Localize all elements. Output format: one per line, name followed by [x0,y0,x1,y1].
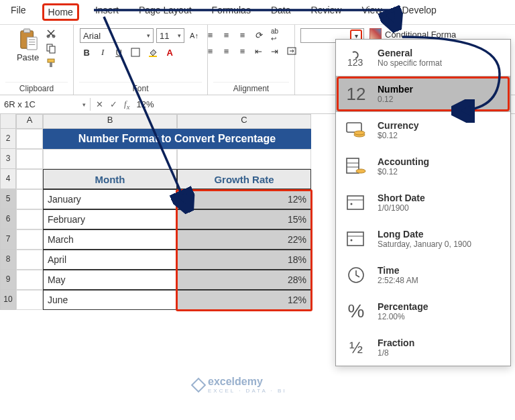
option-title: Accounting [378,156,429,167]
row-header[interactable]: 7 [0,229,16,250]
format-option-accounting[interactable]: Accounting$0.12 [336,148,510,185]
indent-decrease-icon[interactable]: ⇤ [252,44,266,58]
align-top-icon[interactable]: ≡ [204,28,217,42]
cell-rate[interactable]: 22% [177,229,311,250]
name-box[interactable]: 6R x 1C ▾ [0,98,91,111]
cell-rate[interactable]: 12% [177,189,311,209]
cell-month[interactable]: May [43,270,177,290]
format-option-number[interactable]: 12 Number0.12 [336,76,510,112]
cell[interactable] [16,209,43,229]
wrap-text-icon[interactable]: ab↩ [268,28,282,42]
font-color-button[interactable]: A [163,46,176,59]
calendar-icon [344,191,368,214]
number-format-dropdown: 123 GeneralNo specific format 12 Number0… [335,39,511,366]
menu-develop[interactable]: Develop [398,3,441,21]
cell[interactable] [16,229,43,250]
cell-month[interactable]: January [43,189,177,209]
header-cell-month[interactable]: Month [43,169,177,189]
svg-rect-10 [48,59,54,62]
percent-icon: % [344,300,368,323]
border-button[interactable] [128,46,143,59]
menu-home[interactable]: Home [42,3,79,21]
menu-insert[interactable]: Insert [91,3,123,21]
col-header[interactable]: A [16,114,43,129]
cell[interactable] [16,290,43,310]
grow-font-icon[interactable]: A↑ [187,29,201,42]
option-title: Time [378,265,418,276]
title-cell[interactable]: Number Format to Convert Percentage [43,129,311,149]
cell-rate[interactable]: 28% [177,270,311,290]
format-painter-icon[interactable] [46,58,56,68]
fx-icon[interactable]: fx [124,99,129,111]
cell[interactable] [16,250,43,270]
format-option-percentage[interactable]: % Percentage12.00% [336,293,510,329]
cell[interactable] [16,129,43,149]
cut-icon[interactable] [46,28,56,39]
cell[interactable] [177,149,311,169]
menu-review[interactable]: Review [307,3,346,21]
col-header[interactable]: C [177,114,311,129]
format-option-fraction[interactable]: ½ Fraction1/8 [336,329,510,366]
row-header[interactable]: 6 [0,209,16,229]
row-header[interactable]: 10 [0,290,16,310]
row-header[interactable]: 8 [0,250,16,270]
indent-increase-icon[interactable]: ⇥ [268,44,282,58]
cell-month[interactable]: March [43,229,177,250]
font-size-combo[interactable]: 11▾ [156,28,184,43]
row-header[interactable]: 3 [0,149,16,169]
orientation-icon[interactable]: ⟳ [252,28,266,42]
col-header[interactable]: B [43,114,177,129]
cell-rate[interactable]: 12% [177,290,311,310]
bold-button[interactable]: B [80,46,93,59]
row-header[interactable]: 2 [0,129,16,149]
copy-icon[interactable] [46,43,56,54]
fill-color-button[interactable] [146,46,160,59]
cell[interactable] [16,169,43,189]
underline-button[interactable]: U [112,46,125,59]
menu-formulas[interactable]: Formulas [208,3,255,21]
align-bottom-icon[interactable]: ≡ [236,28,249,42]
select-all-corner[interactable] [0,114,16,129]
align-center-icon[interactable]: ≡ [220,44,233,58]
menu-view[interactable]: View [357,3,386,21]
cell[interactable] [16,189,43,209]
svg-rect-13 [149,56,157,57]
cell-month[interactable]: June [43,290,177,310]
italic-button[interactable]: I [96,46,109,59]
cell[interactable] [16,270,43,290]
cell-month[interactable]: April [43,250,177,270]
row-header[interactable]: 5 [0,189,16,209]
option-sub: $0.12 [378,131,418,140]
format-option-general[interactable]: 123 GeneralNo specific format [336,40,510,76]
cell-rate[interactable]: 18% [177,250,311,270]
align-middle-icon[interactable]: ≡ [220,28,233,42]
menu-page-layout[interactable]: Page Layout [135,3,196,21]
clock-icon [344,264,368,286]
option-sub: $0.12 [378,167,429,176]
cell[interactable] [43,149,177,169]
option-title: Percentage [378,301,428,312]
header-cell-rate[interactable]: Growth Rate [177,169,311,189]
format-option-long-date[interactable]: Long DateSaturday, January 0, 1900 [336,221,510,257]
row-header[interactable]: 9 [0,270,16,290]
font-name-combo[interactable]: Arial▾ [80,28,154,43]
row-header[interactable]: 4 [0,169,16,189]
cells-grid: A B C Number Format to Convert Percentag… [16,114,311,310]
paste-button[interactable]: Paste [17,28,39,62]
chevron-down-icon[interactable]: ▾ [82,101,86,108]
cell[interactable] [16,149,43,169]
cell-month[interactable]: February [43,209,177,229]
format-option-currency[interactable]: Currency$0.12 [336,112,510,148]
formula-bar-value[interactable]: 12% [136,99,154,109]
align-right-icon[interactable]: ≡ [236,44,249,58]
format-option-time[interactable]: Time2:52:48 AM [336,257,510,293]
menu-data[interactable]: Data [267,3,295,21]
confirm-icon[interactable]: ✓ [110,99,117,109]
cancel-icon[interactable]: ✕ [96,99,103,109]
menu-file[interactable]: File [7,3,30,21]
watermark-tag: EXCEL · DATA · BI [208,388,287,394]
paste-label: Paste [17,52,39,62]
format-option-short-date[interactable]: Short Date1/0/1900 [336,185,510,221]
cell-rate[interactable]: 15% [177,209,311,229]
align-left-icon[interactable]: ≡ [204,44,217,58]
